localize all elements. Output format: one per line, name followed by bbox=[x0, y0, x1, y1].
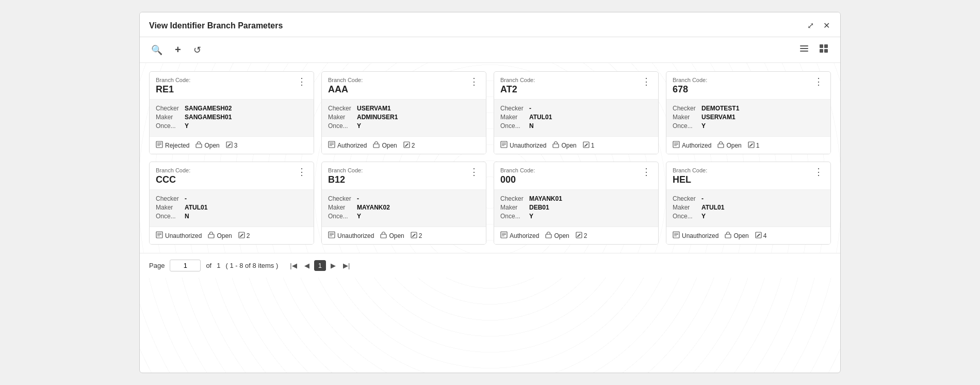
first-page-button[interactable]: |◀ bbox=[287, 261, 299, 270]
branch-code-label: Branch Code: bbox=[156, 77, 190, 83]
status-icon bbox=[500, 231, 508, 240]
lock-badge: Open bbox=[545, 231, 569, 240]
card-aaa: Branch Code: AAA ⋮ Checker USERVAM1 Make… bbox=[321, 71, 486, 154]
card-header: Branch Code: CCC ⋮ bbox=[150, 162, 314, 190]
once-value: Y bbox=[701, 122, 706, 130]
count-text: 2 bbox=[584, 232, 587, 239]
maker-label: Maker bbox=[500, 204, 525, 211]
window-header: View Identifier Branch Parameters ⤢ ✕ bbox=[140, 12, 840, 37]
card-body: Checker USERVAM1 Maker ADMINUSER1 Once..… bbox=[322, 100, 486, 136]
once-label: Once... bbox=[328, 213, 353, 220]
branch-code-value: HEL bbox=[673, 174, 707, 185]
branch-code-value: 678 bbox=[673, 84, 707, 95]
card-menu-button[interactable]: ⋮ bbox=[813, 167, 824, 177]
checker-row: Checker USERVAM1 bbox=[328, 105, 480, 112]
svg-rect-5 bbox=[820, 49, 823, 53]
card-menu-button[interactable]: ⋮ bbox=[641, 77, 652, 86]
svg-rect-4 bbox=[824, 44, 828, 48]
svg-rect-3 bbox=[820, 44, 823, 48]
refresh-button[interactable]: ↺ bbox=[191, 43, 203, 57]
count-text: 2 bbox=[412, 142, 415, 149]
maker-value: SANGAMESH01 bbox=[185, 114, 232, 121]
checker-row: Checker - bbox=[156, 195, 307, 202]
once-value: Y bbox=[357, 213, 361, 220]
once-row: Once... Y bbox=[328, 213, 480, 220]
once-row: Once... Y bbox=[328, 122, 480, 130]
card-menu-button[interactable]: ⋮ bbox=[296, 77, 307, 86]
window-controls: ⤢ ✕ bbox=[806, 20, 831, 31]
svg-rect-2 bbox=[800, 51, 808, 52]
branch-code-value: AT2 bbox=[500, 84, 535, 95]
page-input[interactable] bbox=[170, 260, 201, 271]
last-page-button[interactable]: ▶| bbox=[340, 261, 352, 270]
once-label: Once... bbox=[500, 213, 525, 220]
maker-label: Maker bbox=[156, 114, 181, 121]
status-text: Authorized bbox=[682, 142, 711, 149]
once-row: Once... Y bbox=[673, 122, 824, 130]
edit-icon bbox=[755, 232, 762, 240]
maker-row: Maker USERVAM1 bbox=[673, 114, 824, 121]
card-menu-button[interactable]: ⋮ bbox=[468, 167, 480, 177]
count-badge: 2 bbox=[238, 232, 250, 240]
toolbar: 🔍 + ↺ bbox=[140, 37, 840, 63]
prev-page-button[interactable]: ◀ bbox=[302, 261, 312, 270]
status-text: Rejected bbox=[165, 142, 189, 149]
status-text: Unauthorized bbox=[510, 142, 546, 149]
card-menu-button[interactable]: ⋮ bbox=[813, 77, 824, 86]
lock-icon bbox=[195, 141, 202, 150]
maker-row: Maker ADMINUSER1 bbox=[328, 114, 480, 121]
status-badge: Rejected bbox=[156, 141, 189, 150]
checker-label: Checker bbox=[500, 105, 525, 112]
lock-icon bbox=[373, 141, 380, 150]
checker-value: - bbox=[357, 195, 359, 202]
list-view-button[interactable] bbox=[797, 42, 811, 57]
status-icon bbox=[156, 231, 163, 240]
card-menu-button[interactable]: ⋮ bbox=[641, 167, 652, 177]
card-header: Branch Code: B12 ⋮ bbox=[322, 162, 486, 190]
card-footer: Unauthorized Open 1 bbox=[494, 136, 658, 154]
status-badge: Authorized bbox=[673, 141, 711, 150]
card-menu-button[interactable]: ⋮ bbox=[468, 77, 480, 86]
branch-code-value: AAA bbox=[328, 84, 363, 95]
maker-row: Maker ATUL01 bbox=[500, 114, 652, 121]
expand-button[interactable]: ⤢ bbox=[806, 20, 815, 31]
checker-value: - bbox=[529, 105, 531, 112]
maker-label: Maker bbox=[328, 204, 353, 211]
card-body: Checker - Maker ATUL01 Once... N bbox=[150, 190, 314, 227]
card-678: Branch Code: 678 ⋮ Checker DEMOTEST1 Mak… bbox=[666, 71, 831, 154]
maker-value: ATUL01 bbox=[701, 204, 724, 211]
card-header: Branch Code: RE1 ⋮ bbox=[150, 72, 314, 100]
checker-label: Checker bbox=[156, 105, 181, 112]
card-b12: Branch Code: B12 ⋮ Checker - Maker MAYAN… bbox=[321, 162, 486, 245]
lock-icon bbox=[380, 231, 387, 240]
checker-row: Checker - bbox=[673, 195, 824, 202]
count-text: 4 bbox=[763, 232, 767, 239]
svg-rect-6 bbox=[824, 49, 828, 53]
grid-view-button[interactable] bbox=[816, 42, 831, 57]
page-1-button[interactable]: 1 bbox=[314, 260, 326, 271]
count-badge: 2 bbox=[411, 232, 422, 240]
add-button[interactable]: + bbox=[173, 43, 183, 57]
svg-rect-35 bbox=[208, 234, 214, 238]
once-label: Once... bbox=[673, 122, 697, 130]
lock-badge: Open bbox=[552, 141, 576, 150]
card-menu-button[interactable]: ⋮ bbox=[296, 167, 307, 177]
checker-value: MAYANK01 bbox=[529, 195, 562, 202]
card-footer: Authorized Open 2 bbox=[494, 227, 658, 244]
card-footer: Rejected Open 3 bbox=[150, 136, 314, 154]
count-text: 3 bbox=[234, 142, 238, 149]
card-at2: Branch Code: AT2 ⋮ Checker - Maker ATUL0… bbox=[494, 71, 659, 154]
branch-code-value: CCC bbox=[156, 174, 190, 185]
edit-icon bbox=[576, 232, 582, 240]
search-button[interactable]: 🔍 bbox=[149, 43, 165, 57]
close-button[interactable]: ✕ bbox=[822, 20, 831, 31]
total-pages: 1 bbox=[217, 262, 220, 269]
svg-rect-41 bbox=[381, 234, 386, 238]
card-header: Branch Code: 678 ⋮ bbox=[666, 72, 830, 100]
svg-rect-29 bbox=[718, 144, 724, 148]
edit-icon bbox=[748, 141, 755, 150]
edit-icon bbox=[403, 141, 410, 150]
lock-text: Open bbox=[561, 142, 576, 149]
next-page-button[interactable]: ▶ bbox=[328, 261, 338, 270]
card-000: Branch Code: 000 ⋮ Checker MAYANK01 Make… bbox=[494, 162, 659, 245]
